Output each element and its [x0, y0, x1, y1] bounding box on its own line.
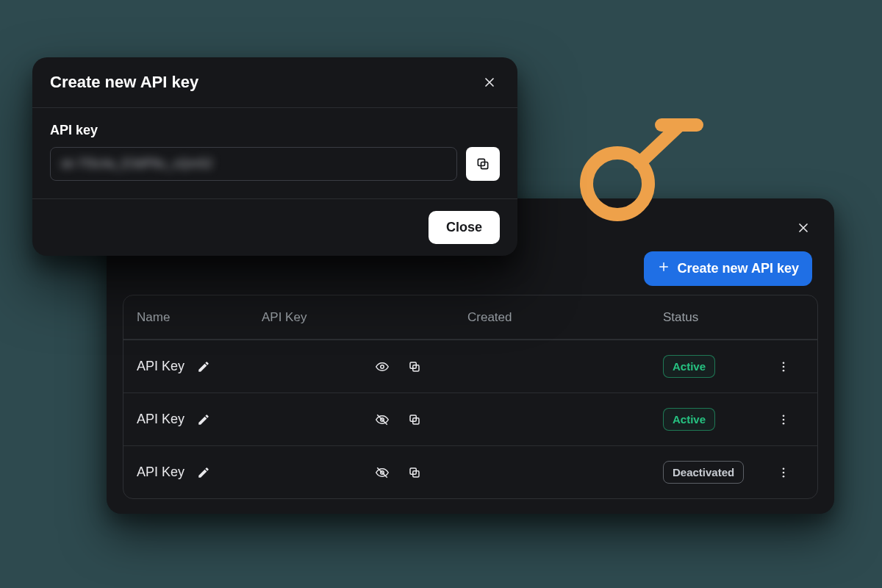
rename-button[interactable] [193, 462, 214, 483]
status-badge: Active [663, 355, 715, 378]
row-actions [763, 356, 804, 377]
status-badge: Deactivated [663, 461, 744, 484]
row-actions [763, 409, 804, 430]
api-key-masked-value: sk-7f3c4a_E3dP8u_xQm52 [61, 157, 213, 171]
row-status-cell: Active [644, 355, 763, 378]
modal-title: Create new API key [50, 73, 198, 92]
row-actions [763, 462, 804, 483]
row-status-cell: Active [644, 408, 763, 431]
svg-point-3 [783, 362, 785, 364]
row-name-text: API Key [137, 359, 184, 374]
rename-button[interactable] [193, 356, 214, 377]
svg-point-11 [783, 422, 785, 424]
reveal-button[interactable] [372, 356, 392, 377]
api-keys-table: Name API Key Created Status API Key [123, 295, 818, 499]
plus-icon [657, 260, 670, 277]
svg-point-0 [381, 365, 384, 368]
row-menu-button[interactable] [773, 462, 794, 483]
row-name-cell: API Key [137, 356, 262, 377]
panel-close-button[interactable] [793, 218, 814, 238]
row-key-cell [262, 462, 467, 483]
table-header: Name API Key Created Status [123, 295, 817, 340]
status-badge: Active [663, 408, 715, 431]
create-api-key-button[interactable]: Create new API key [644, 251, 812, 286]
copy-key-button[interactable] [404, 462, 425, 483]
copy-key-button[interactable] [404, 409, 425, 430]
col-header-status: Status [644, 310, 763, 325]
rename-button[interactable] [193, 409, 214, 430]
modal-body: API key sk-7f3c4a_E3dP8u_xQm52 [32, 108, 517, 199]
row-name-text: API Key [137, 412, 184, 427]
modal-footer: Close [32, 199, 517, 256]
table-row: API Key Active [123, 392, 817, 445]
row-name-text: API Key [137, 465, 184, 480]
row-key-cell [262, 409, 467, 430]
hide-button[interactable] [372, 462, 392, 483]
row-menu-button[interactable] [773, 409, 794, 430]
svg-point-17 [783, 475, 785, 477]
api-key-input[interactable]: sk-7f3c4a_E3dP8u_xQm52 [50, 147, 457, 181]
copy-key-button[interactable] [404, 356, 425, 377]
svg-point-10 [783, 418, 785, 420]
col-header-created: Created [467, 310, 644, 325]
table-row: API Key Active [123, 340, 817, 392]
row-name-cell: API Key [137, 409, 262, 430]
copy-api-key-button[interactable] [466, 147, 500, 181]
create-api-key-label: Create new API key [678, 261, 799, 276]
modal-header: Create new API key [32, 57, 517, 108]
svg-point-15 [783, 467, 785, 470]
svg-point-9 [783, 415, 785, 417]
api-key-field-row: sk-7f3c4a_E3dP8u_xQm52 [50, 147, 500, 181]
table-row: API Key Deactivated [123, 445, 817, 498]
row-key-cell [262, 356, 467, 377]
col-header-api-key: API Key [262, 310, 467, 325]
hide-button[interactable] [372, 409, 392, 430]
row-name-cell: API Key [137, 462, 262, 483]
create-api-key-modal: Create new API key API key sk-7f3c4a_E3d… [32, 57, 517, 256]
col-header-name: Name [137, 310, 262, 325]
svg-point-4 [783, 365, 785, 368]
svg-point-5 [783, 369, 785, 371]
svg-point-16 [783, 471, 785, 473]
close-button-label: Close [446, 220, 482, 234]
row-status-cell: Deactivated [644, 461, 763, 484]
row-menu-button[interactable] [773, 356, 794, 377]
modal-close-button[interactable] [479, 72, 500, 93]
close-button[interactable]: Close [429, 211, 500, 244]
api-key-field-label: API key [50, 123, 500, 138]
